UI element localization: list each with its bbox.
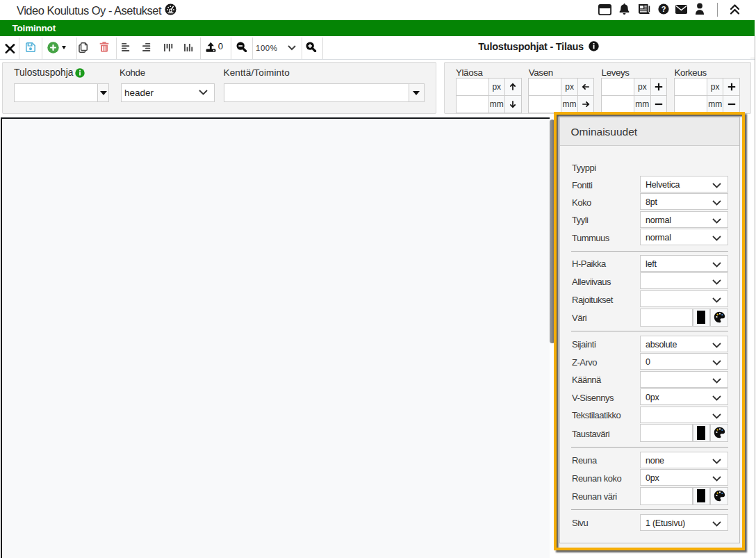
svg-text:?: ?: [662, 5, 666, 13]
